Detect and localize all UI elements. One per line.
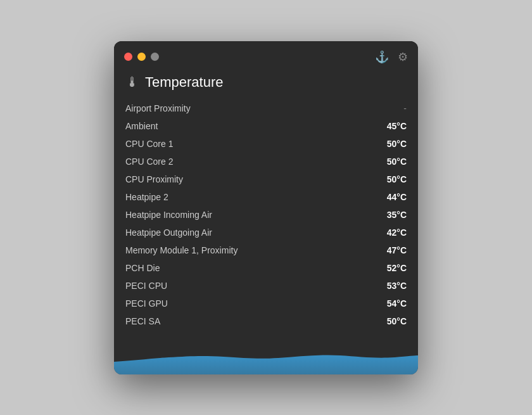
sensor-row: PECI CPU53°C: [125, 277, 407, 295]
sensor-value: 44°C: [375, 192, 407, 202]
sensor-value: 53°C: [375, 281, 407, 291]
sensor-value: -: [375, 103, 407, 113]
sensor-row: Ambient45°C: [125, 117, 407, 135]
sensor-value: 50°C: [375, 156, 407, 167]
sensor-value: 50°C: [375, 316, 407, 326]
sensor-row: PCH Die52°C: [125, 259, 407, 277]
sensor-value: 47°C: [375, 245, 407, 255]
maximize-button[interactable]: [151, 53, 159, 61]
sensor-name: Ambient: [125, 121, 158, 131]
sensor-value: 54°C: [375, 298, 407, 309]
sensor-row: CPU Core 150°C: [125, 135, 407, 153]
app-window: ⚓ ⚙ 🌡 Temperature Airport Proximity-Ambi…: [114, 41, 418, 374]
sensor-name: Heatpipe Outgoing Air: [125, 227, 212, 238]
minimize-button[interactable]: [137, 53, 146, 61]
sensor-row: PECI SA50°C: [125, 312, 407, 330]
sensor-row: CPU Proximity50°C: [125, 170, 407, 188]
header: 🌡 Temperature: [114, 70, 418, 99]
sensor-row: Memory Module 1, Proximity47°C: [125, 241, 407, 259]
titlebar-icons: ⚓ ⚙: [375, 50, 408, 64]
sensor-value: 50°C: [375, 174, 407, 184]
sensor-row: Heatpipe Outgoing Air42°C: [125, 224, 407, 241]
sensor-name: PECI CPU: [125, 281, 167, 291]
sensor-name: PECI GPU: [125, 298, 168, 309]
sensor-name: PECI SA: [125, 316, 160, 326]
sensor-name: CPU Core 2: [125, 156, 173, 167]
sensor-name: Heatpipe Incoming Air: [125, 210, 212, 220]
sensor-name: Airport Proximity: [125, 103, 191, 113]
sensor-name: PCH Die: [125, 263, 160, 273]
sensor-value: 42°C: [375, 227, 407, 238]
sensor-name: CPU Core 1: [125, 139, 173, 149]
temperature-icon: 🌡: [125, 74, 139, 91]
sensor-value: 45°C: [375, 121, 407, 131]
sensor-value: 52°C: [375, 263, 407, 273]
sensor-row: PECI GPU54°C: [125, 295, 407, 312]
sensor-value: 50°C: [375, 139, 407, 149]
chart-svg: [114, 336, 418, 374]
sensor-name: Heatpipe 2: [125, 192, 168, 202]
sensor-row: Heatpipe 244°C: [125, 188, 407, 206]
anchor-icon[interactable]: ⚓: [375, 50, 389, 64]
titlebar: ⚓ ⚙: [114, 41, 418, 70]
page-title: Temperature: [145, 74, 224, 91]
sensor-row: CPU Core 250°C: [125, 153, 407, 170]
gear-icon[interactable]: ⚙: [398, 50, 408, 64]
sensor-value: 35°C: [375, 210, 407, 220]
traffic-lights: [124, 53, 159, 61]
temperature-chart: [114, 336, 418, 374]
sensor-list: Airport Proximity-Ambient45°CCPU Core 15…: [114, 99, 418, 330]
sensor-row: Heatpipe Incoming Air35°C: [125, 206, 407, 224]
close-button[interactable]: [124, 53, 132, 61]
sensor-name: Memory Module 1, Proximity: [125, 245, 238, 255]
sensor-row: Airport Proximity-: [125, 99, 407, 117]
sensor-name: CPU Proximity: [125, 174, 183, 184]
